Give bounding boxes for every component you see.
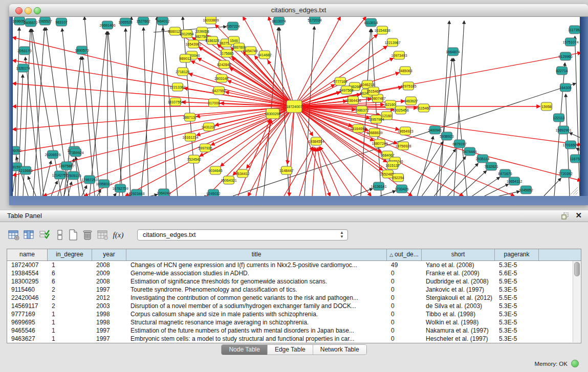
table-cell[interactable]: 9777169 [7,310,48,318]
table-cell[interactable]: 0 [387,326,422,335]
table-cell[interactable]: 9465546 [7,326,48,335]
table-cell[interactable]: 6 [48,269,92,277]
network-canvas[interactable]: 1872400718300295161548381221396710973493… [13,17,580,196]
table-cell[interactable]: 1997 [92,335,126,343]
table-cell[interactable]: Yano et al. (2008) [422,261,495,269]
table-cell[interactable]: 2003 [92,302,126,310]
tab-network-table[interactable]: Network Table [313,345,366,355]
table-settings-icon[interactable] [7,228,20,242]
table-cell[interactable]: Dudbridge et al. (2008) [422,277,495,286]
table-cell[interactable]: 5.6E-5 [495,269,539,277]
table-cell[interactable]: 1 [48,261,92,269]
table-cell[interactable]: Wolkin et al. (1998) [422,318,495,326]
table-row[interactable]: 1938455462009Genome-wide association stu… [7,269,581,277]
table-cell[interactable]: 0 [387,286,422,294]
table-cell[interactable]: 1998 [92,318,126,326]
table-row[interactable]: 2242004622012Investigating the contribut… [7,294,581,302]
table-cell[interactable]: Franke et al. (2009) [422,269,495,277]
table-row[interactable]: 969969511998Structural magnetic resonanc… [7,318,581,326]
table-cell[interactable]: 2 [48,302,92,310]
table-cell[interactable]: Tibbo et al. (1998) [422,310,495,318]
table-row[interactable]: 1456911722003Disruption of a novel membe… [7,302,581,310]
table-cell[interactable]: Embryonic stem cells: a model to study s… [126,335,387,343]
table-cell[interactable]: Estimation of significance thresholds fo… [126,277,387,286]
table-cell[interactable]: 1997 [92,326,126,335]
table-cell[interactable]: 5.3E-5 [495,326,539,335]
table-row[interactable]: 911546021997Tourette syndrome. Phenomeno… [7,286,581,294]
float-panel-icon[interactable] [561,212,569,220]
column-header-in_degree[interactable]: in_degree [48,249,92,260]
table-cell[interactable]: 1 [48,326,92,335]
close-panel-icon[interactable]: ✕ [575,211,582,220]
table-cell[interactable]: 1 [48,310,92,318]
table-row[interactable]: 1830029562008Estimation of significance … [7,277,581,286]
table-cell[interactable]: 0 [387,318,422,326]
table-cell[interactable]: 1998 [92,310,126,318]
rows-icon[interactable] [53,228,67,242]
tab-edge-table[interactable]: Edge Table [267,345,313,355]
import-table-icon[interactable] [96,228,110,242]
select-rows-icon[interactable] [38,228,51,242]
column-header-title[interactable]: title [126,249,387,260]
table-cell[interactable]: Disruption of a novel member of a sodium… [126,302,387,310]
canvas-resize-grip[interactable] [568,186,578,194]
table-cell[interactable]: 1 [48,318,92,326]
table-selector-combo[interactable]: citations_edges.txt ▲▼ [137,229,348,240]
scrollbar-thumb[interactable] [574,262,580,276]
table-cell[interactable]: 5.3E-5 [495,335,539,343]
table-cell[interactable]: Changes of HCN gene expression and I(f) … [126,261,387,269]
column-header-year[interactable]: year [92,249,126,260]
table-cell[interactable]: 0 [387,310,422,318]
window-titlebar[interactable]: citations_edges.txt [9,4,588,17]
table-cell[interactable]: 1 [48,335,92,343]
table-cell[interactable]: 9115460 [7,286,48,294]
table-cell[interactable]: Tourette syndrome. Phenomenology and cla… [126,286,387,294]
table-cell[interactable]: 0 [387,269,422,277]
table-cell[interactable]: Jankovic et al. (1997) [422,286,495,294]
table-cell[interactable]: 2009 [92,269,126,277]
column-header-short[interactable]: short [422,249,495,260]
table-cell[interactable]: 14569117 [7,302,48,310]
table-cell[interactable]: 0 [387,277,422,286]
function-icon[interactable]: f(x) [112,228,125,242]
table-cell[interactable]: Investigating the contribution of common… [126,294,387,302]
table-cell[interactable]: de Silva et al. (2003) [422,302,495,310]
table-cell[interactable]: 6 [48,277,92,286]
table-column-icon[interactable] [23,228,36,242]
table-cell[interactable]: 2012 [92,294,126,302]
table-cell[interactable]: 18300295 [7,277,48,286]
table-cell[interactable]: 0 [387,302,422,310]
table-cell[interactable]: 19384554 [7,269,48,277]
table-cell[interactable]: 1997 [92,286,126,294]
table-cell[interactable]: 5.3E-5 [495,286,539,294]
table-cell[interactable]: 2008 [92,277,126,286]
column-header-name[interactable]: name [7,249,48,260]
memory-status-indicator[interactable] [571,360,579,367]
table-cell[interactable]: Stergiakouli et al. (2012) [422,294,495,302]
table-cell[interactable]: 9699695 [7,318,48,326]
table-cell[interactable]: 22420046 [7,294,48,302]
table-cell[interactable]: 18724007 [7,261,48,269]
table-cell[interactable]: Nakamura et al. (1997) [422,326,495,335]
table-row[interactable]: 1872400712008Changes of HCN gene express… [7,261,581,269]
table-row[interactable]: 946362711997Embryonic stem cells: a mode… [7,335,581,343]
column-header-out_de...[interactable]: △out_de... [387,249,422,260]
table-cell[interactable]: 5.3E-5 [495,310,539,318]
table-cell[interactable]: 2 [48,294,92,302]
table-cell[interactable]: 5.9E-5 [495,277,539,286]
table-cell[interactable]: 9463627 [7,335,48,343]
table-cell[interactable]: Corpus callosum shape and size in male p… [126,310,387,318]
table-cell[interactable]: Hescheler et al. (1997) [422,335,495,343]
table-cell[interactable]: 49 [387,261,422,269]
column-header-pagerank[interactable]: pagerank [495,249,539,260]
table-cell[interactable]: 5.3E-5 [495,261,539,269]
table-cell[interactable]: 2008 [92,261,126,269]
table-cell[interactable]: 2 [48,286,92,294]
tab-node-table[interactable]: Node Table [222,345,267,355]
table-cell[interactable]: 5.3E-5 [495,302,539,310]
table-cell[interactable]: 0 [387,294,422,302]
table-cell[interactable]: Estimation of the future numbers of pati… [126,326,387,335]
vertical-scrollbar[interactable] [573,261,580,342]
table-cell[interactable]: 0 [387,335,422,343]
new-document-icon[interactable] [67,228,80,242]
